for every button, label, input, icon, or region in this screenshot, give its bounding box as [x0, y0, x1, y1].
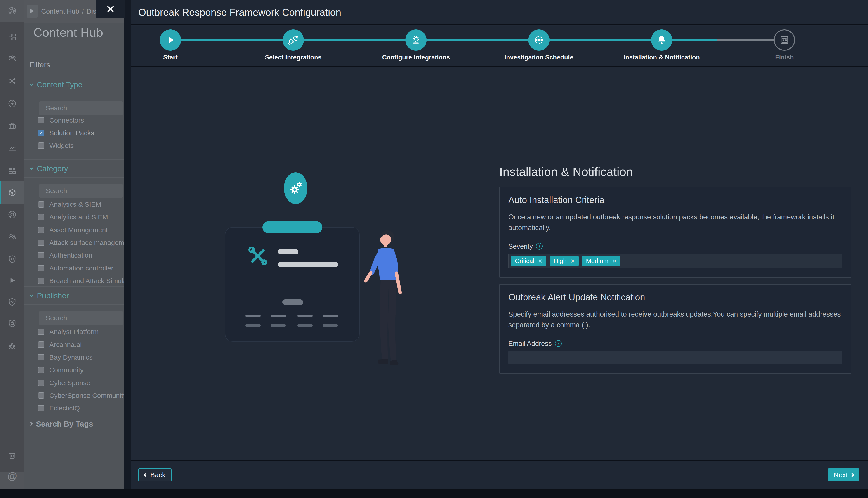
- checkbox[interactable]: [38, 201, 44, 208]
- checkbox-label: Widgets: [49, 142, 74, 149]
- checkbox[interactable]: [38, 214, 44, 220]
- step-circle[interactable]: [282, 29, 304, 51]
- checkbox[interactable]: [38, 367, 44, 373]
- checkbox[interactable]: [38, 252, 44, 259]
- step-installation-notification[interactable]: Installation & Notification: [600, 26, 723, 66]
- checkbox[interactable]: [38, 265, 44, 271]
- checkbox[interactable]: [38, 117, 44, 123]
- placeholder-pill: [282, 299, 303, 305]
- checkbox-label: Automation controller: [49, 264, 113, 272]
- crossed-tools-icon: [247, 245, 269, 267]
- filter-group-content-type[interactable]: Content Type: [24, 76, 124, 94]
- checkbox-label: Analytics & SIEM: [49, 200, 101, 208]
- checkbox[interactable]: [38, 329, 44, 335]
- content-type-search[interactable]: [39, 101, 123, 115]
- publisher-search[interactable]: [39, 311, 123, 325]
- rail-item-recycle-bin[interactable]: [0, 446, 24, 466]
- step-circle[interactable]: [160, 29, 181, 51]
- tag-close-icon[interactable]: ×: [613, 258, 617, 264]
- rail-item-mentions[interactable]: @: [0, 466, 24, 486]
- checkbox[interactable]: [38, 392, 44, 399]
- step-investigation-schedule[interactable]: Investigation Schedule: [477, 26, 600, 66]
- rail-item-sync[interactable]: [0, 0, 24, 22]
- lightning-circle-icon: [7, 99, 17, 108]
- rail-item-bug[interactable]: [0, 336, 24, 356]
- breadcrumb-content-hub[interactable]: Content Hub: [41, 8, 79, 15]
- line-chart-icon: [7, 143, 17, 153]
- checkbox[interactable]: [38, 143, 44, 149]
- checkbox-label: EclecticIQ: [49, 404, 80, 412]
- tag-label: Medium: [586, 257, 609, 265]
- rail-item-shuffle[interactable]: [0, 71, 24, 91]
- section-heading: Installation & Notification: [499, 165, 851, 179]
- panel-title: Outbreak Alert Update Notification: [508, 292, 842, 302]
- checkbox[interactable]: [38, 227, 44, 233]
- step-circle[interactable]: [528, 29, 549, 51]
- filter-group-category[interactable]: Category: [24, 159, 124, 178]
- rail-item-briefcase[interactable]: [0, 116, 24, 136]
- rail-item-dashboard[interactable]: [0, 27, 24, 47]
- rail-item-content-hub[interactable]: [0, 181, 24, 205]
- rail-item-users[interactable]: [0, 227, 24, 247]
- solution-pack-card-illustration: [225, 227, 360, 342]
- rail-item-reports[interactable]: [0, 138, 24, 158]
- step-finish[interactable]: Finish: [723, 26, 846, 66]
- filter-group-publisher[interactable]: Publisher: [24, 286, 124, 305]
- users-icon: [7, 232, 17, 241]
- info-icon[interactable]: i: [536, 243, 543, 250]
- info-icon[interactable]: i: [555, 340, 562, 347]
- sidebar-expander-button[interactable]: [27, 4, 38, 18]
- step-configure-integrations[interactable]: Configure Integrations: [355, 26, 477, 66]
- outbreak-alert-panel: Outbreak Alert Update Notification Speci…: [499, 284, 851, 374]
- search-input[interactable]: [46, 187, 124, 195]
- tag-high[interactable]: High ×: [549, 256, 579, 266]
- checkbox[interactable]: [38, 354, 44, 361]
- step-select-integrations[interactable]: Select Integrations: [232, 26, 355, 66]
- rail-item-team[interactable]: [0, 49, 24, 68]
- search-input[interactable]: [46, 104, 124, 112]
- email-address-input[interactable]: [508, 351, 842, 364]
- tag-close-icon[interactable]: ×: [571, 258, 575, 264]
- checkbox[interactable]: [38, 405, 44, 411]
- checkbox-label: Analyst Platform: [49, 328, 98, 336]
- tag-close-icon[interactable]: ×: [538, 258, 543, 264]
- step-circle[interactable]: [774, 29, 795, 51]
- rail-item-widgets[interactable]: [0, 161, 24, 181]
- chevron-right-icon: [850, 473, 854, 477]
- step-label: Finish: [775, 54, 793, 61]
- checkbox-checked[interactable]: ✓: [38, 130, 44, 136]
- rail-item-shield-bug[interactable]: [0, 249, 24, 269]
- card-divider: [225, 289, 359, 289]
- rail-item-shield-case[interactable]: [0, 313, 24, 333]
- team-icon: [7, 53, 17, 63]
- page-title: Content Hub: [34, 25, 103, 39]
- filter-group-label: Category: [37, 159, 68, 178]
- checkbox[interactable]: [38, 341, 44, 348]
- rail-item-shield-pulse[interactable]: [0, 292, 24, 312]
- checkbox-label: CyberSponse Community: [49, 392, 124, 399]
- back-button[interactable]: Back: [138, 468, 172, 482]
- rail-item-help[interactable]: [0, 205, 24, 225]
- panel-description: Specify email addresses authorised to re…: [508, 309, 842, 330]
- checkbox[interactable]: [38, 278, 44, 284]
- close-button[interactable]: [96, 0, 125, 18]
- checkbox[interactable]: [38, 380, 44, 386]
- auto-installation-panel: Auto Installation Criteria Once a new or…: [499, 187, 851, 278]
- gear-tray-icon: [411, 35, 422, 46]
- search-input[interactable]: [46, 314, 124, 322]
- step-circle[interactable]: [405, 29, 427, 51]
- trash-recycle-icon: [7, 450, 17, 460]
- checkbox[interactable]: [38, 239, 44, 246]
- rail-item-automation[interactable]: [0, 94, 24, 114]
- rail-item-playbooks[interactable]: [0, 271, 24, 290]
- category-search[interactable]: [39, 184, 123, 198]
- shuffle-arrows-icon: [7, 76, 17, 86]
- step-start[interactable]: Start: [109, 26, 232, 66]
- search-by-tags[interactable]: Search By Tags: [24, 417, 124, 431]
- step-circle[interactable]: [651, 29, 672, 51]
- severity-tags-field[interactable]: Critical × High × Medium ×: [508, 254, 842, 268]
- outbreak-config-modal: Outbreak Response Framework Configuratio…: [131, 0, 868, 488]
- tag-medium[interactable]: Medium ×: [582, 256, 620, 266]
- tag-critical[interactable]: Critical ×: [511, 256, 546, 266]
- next-button[interactable]: Next: [828, 468, 859, 482]
